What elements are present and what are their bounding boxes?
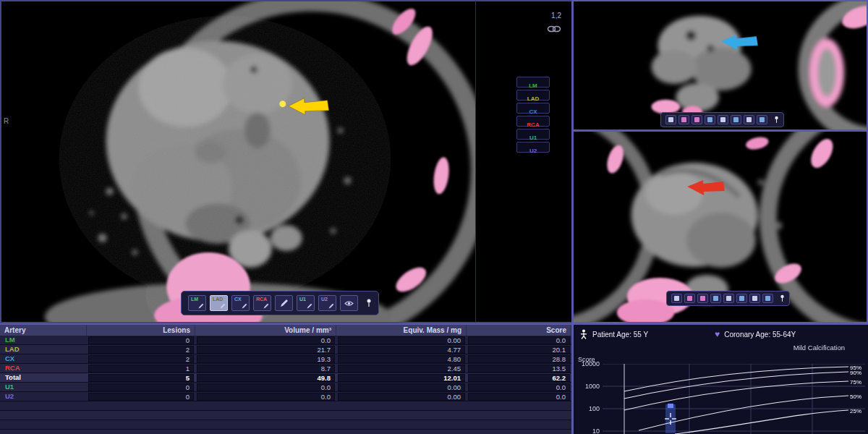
mass-cell: 0.00 [338, 336, 465, 344]
volume-cell: 0.0 [197, 336, 335, 344]
pencil-tool-button[interactable] [275, 295, 293, 311]
col-volume: Volume / mm³ [195, 325, 336, 336]
volume-cell: 21.7 [197, 346, 335, 354]
tool-icon-button[interactable] [731, 115, 741, 124]
legend-item[interactable]: RCA [516, 116, 550, 127]
tool-icon-button[interactable] [665, 115, 676, 124]
orientation-label: R [4, 117, 9, 125]
lesions-cell: 0 [88, 336, 194, 344]
artery-tile-button[interactable]: U2 [318, 295, 336, 311]
pencil-icon [280, 299, 289, 307]
ct-axial-image-main[interactable] [1, 1, 475, 322]
results-area: Artery Lesions Volume / mm³ Equiv. Mass … [0, 323, 868, 434]
ytick-1000: 1000 [574, 383, 600, 390]
legend-item[interactable]: LM [516, 77, 550, 88]
score-cell: 62.2 [468, 374, 570, 382]
tool-icon [700, 296, 705, 301]
pin-icon[interactable] [774, 116, 779, 124]
col-score: Score [467, 325, 571, 336]
legend-item[interactable]: U2 [516, 142, 550, 153]
artery-tile-button[interactable]: LM [188, 295, 206, 311]
tool-icon-button[interactable] [678, 115, 689, 124]
volume-cell: 0.0 [197, 393, 335, 401]
percentile-chart: 95% 90% 75% 50% 25% [603, 364, 865, 434]
legend-item[interactable]: U1 [516, 129, 550, 140]
lesions-cell: 2 [88, 355, 194, 363]
artery-tile-button[interactable]: CX [231, 295, 250, 311]
score-cell: 0.0 [468, 383, 570, 391]
col-mass: Equiv. Mass / mg [336, 325, 467, 336]
tile-label: U2 [321, 297, 328, 302]
pencil-icon [328, 303, 334, 309]
empty-table-row [0, 430, 571, 434]
gridlines [603, 364, 865, 434]
artery-legend: LM LAD CX RCA U1 U2 [516, 77, 550, 155]
ct-viewport-top[interactable] [574, 1, 867, 132]
percentile-curves [624, 367, 848, 434]
ct-viewport-bottom[interactable] [574, 132, 867, 322]
score-cell: 20.1 [468, 346, 570, 354]
volume-cell: 49.8 [197, 374, 335, 382]
tool-icon-button[interactable] [749, 294, 760, 303]
tool-icon-button[interactable] [692, 115, 702, 124]
artery-tile-button[interactable]: LAD [210, 295, 228, 311]
main-ct-viewport[interactable]: R LM LAD CX RCA [0, 0, 475, 323]
artery-name-cell: LAD [0, 345, 87, 354]
table-row[interactable]: LM 0 0.0 0.00 0.0 [0, 336, 571, 345]
tool-icon-button[interactable] [710, 294, 721, 303]
table-row[interactable]: Total 5 49.8 12.01 62.2 [0, 373, 571, 383]
table-row[interactable]: RCA 1 8.7 2.45 13.5 [0, 364, 571, 373]
tool-icon-button[interactable] [671, 294, 682, 303]
pencil-icon [263, 303, 269, 309]
tool-icon-button[interactable] [718, 115, 728, 124]
score-cell: 28.8 [468, 355, 570, 363]
tool-icon [746, 117, 752, 122]
score-cell: 13.5 [468, 365, 570, 373]
viewport-corner-info: 1,2 [547, 12, 561, 35]
legend-item[interactable]: CX [516, 103, 550, 114]
tool-icon-button[interactable] [723, 294, 734, 303]
table-row[interactable]: LAD 2 21.7 4.77 20.1 [0, 345, 571, 354]
tool-icon-button[interactable] [705, 115, 715, 124]
tool-icon-button[interactable] [762, 294, 773, 303]
tile-label: RCA [256, 297, 267, 302]
mass-cell: 12.01 [338, 374, 465, 382]
tool-icon [726, 296, 731, 301]
pin-icon[interactable] [780, 294, 785, 302]
tool-icon [752, 296, 757, 301]
tool-icon-button[interactable] [744, 115, 754, 124]
viewport-area: R LM LAD CX RCA [0, 0, 868, 323]
risk-chart-panel: Patient Age: 55 Y ♥ Coronary Age: 55-64Y… [571, 325, 868, 434]
legend-label: U2 [529, 148, 537, 154]
patient-icon [579, 329, 588, 339]
tool-icon [687, 296, 692, 301]
col-artery: Artery [0, 325, 87, 336]
ct-axial-image-top[interactable] [574, 1, 867, 129]
tool-icon [720, 117, 726, 122]
pin-icon[interactable] [366, 299, 372, 307]
ytick-10: 10 [574, 427, 600, 434]
table-row[interactable]: U2 0 0.0 0.00 0.0 [0, 392, 571, 401]
legend-item[interactable]: LAD [516, 90, 550, 101]
artery-tile-button[interactable]: U1 [297, 295, 315, 311]
tool-icon-button[interactable] [736, 294, 747, 303]
link-sync-icon[interactable] [547, 25, 561, 33]
tool-icon-button[interactable] [697, 294, 708, 303]
lesions-cell: 0 [88, 383, 194, 391]
mass-cell: 2.45 [338, 365, 465, 373]
tool-icon [760, 117, 765, 122]
eye-tool-button[interactable] [340, 295, 358, 311]
volume-cell: 19.3 [197, 355, 335, 363]
viewport-number-label: 1,2 [547, 12, 561, 20]
tool-icon-button[interactable] [757, 115, 767, 124]
artery-tile-button[interactable]: RCA [253, 295, 271, 311]
secondary-viewports [571, 0, 868, 323]
tool-icon-button[interactable] [684, 294, 695, 303]
score-cell: 0.0 [468, 336, 570, 344]
tile-label: LAD [213, 297, 223, 302]
table-row[interactable]: CX 2 19.3 4.80 28.8 [0, 354, 571, 364]
table-row[interactable]: U1 0 0.0 0.00 0.0 [0, 383, 571, 392]
tool-icon [681, 117, 686, 122]
mass-cell: 4.80 [338, 355, 465, 363]
artery-name-cell: Total [0, 373, 87, 383]
